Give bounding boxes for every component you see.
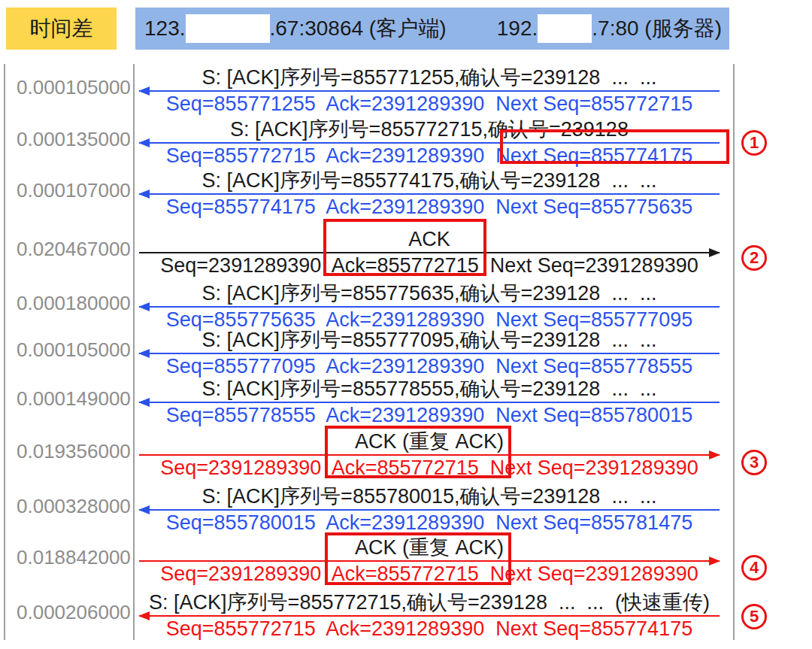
- redaction-box: [186, 14, 270, 43]
- arrow-left-icon: [139, 402, 720, 403]
- packet-row: 0.000105000 S: [ACK]序列号=855771255,确认号=23…: [139, 66, 720, 114]
- time-delta: 0.000107000: [17, 179, 133, 202]
- arrow-left-icon: [139, 193, 720, 195]
- circled-number-5: 5: [741, 604, 767, 629]
- packet-row: 0.000105000 S: [ACK]序列号=855777095,确认号=23…: [139, 329, 720, 377]
- tcp-flow-graph: 时间差 123. .67:30864 (客户端) 192. .7:80 (服务器…: [0, 0, 812, 649]
- circled-number-1: 1: [741, 130, 767, 156]
- circled-number-4: 4: [741, 555, 767, 581]
- client-ip-prefix: 123.: [144, 17, 186, 41]
- packet-seq-info: Seq=855775635 Ack=2391289390 Next Seq=85…: [139, 308, 720, 330]
- arrow-left-icon: [139, 306, 720, 308]
- redaction-box: [538, 14, 592, 43]
- packet-seq-info: Seq=855771255 Ack=2391289390 Next Seq=85…: [139, 92, 720, 114]
- client-endpoint-label: 123. .67:30864 (客户端): [144, 14, 447, 43]
- circled-number-2: 2: [741, 245, 767, 271]
- server-ip-prefix: 192.: [497, 17, 538, 41]
- arrow-left-icon: [139, 615, 720, 617]
- packet-summary: S: [ACK]序列号=855771255,确认号=239128 ... ...: [139, 66, 720, 89]
- packet-summary: S: [ACK]序列号=855775635,确认号=239128 ... ...: [139, 282, 720, 305]
- packet-summary: S: [ACK]序列号=855780015,确认号=239128 ... ...: [139, 485, 720, 508]
- packet-row: 0.000149000 S: [ACK]序列号=855778555,确认号=23…: [139, 378, 720, 426]
- server-lifeline: [733, 64, 735, 640]
- packet-summary: S: [ACK]序列号=855772715,确认号=239128 ... ...…: [139, 591, 720, 614]
- time-delta: 0.000149000: [17, 387, 133, 410]
- packet-seq-info: Seq=855778555 Ack=2391289390 Next Seq=85…: [139, 403, 720, 426]
- time-delta: 0.020467000: [17, 238, 133, 260]
- time-column-left-rail: [4, 64, 5, 640]
- time-delta: 0.000328000: [17, 495, 133, 517]
- endpoints-header: 123. .67:30864 (客户端) 192. .7:80 (服务器): [135, 8, 729, 50]
- server-ip-suffix: .7:80 (服务器): [592, 14, 722, 43]
- circled-number-3: 3: [741, 450, 767, 475]
- server-endpoint-label: 192. .7:80 (服务器): [497, 14, 722, 43]
- packet-row: 0.000206000 S: [ACK]序列号=855772715,确认号=23…: [139, 591, 720, 639]
- highlight-rect-dup-ack-1: [325, 426, 511, 478]
- time-delta: 0.000180000: [17, 292, 133, 314]
- time-delta: 0.018842000: [17, 546, 133, 569]
- time-delta: 0.000105000: [17, 76, 133, 99]
- packet-row: 0.000180000 S: [ACK]序列号=855775635,确认号=23…: [139, 282, 720, 330]
- packet-summary: S: [ACK]序列号=855777095,确认号=239128 ... ...: [139, 329, 720, 351]
- arrow-left-icon: [139, 509, 720, 511]
- packet-seq-info: Seq=855777095 Ack=2391289390 Next Seq=85…: [139, 354, 720, 377]
- packet-summary: S: [ACK]序列号=855774175,确认号=239128 ... ...: [139, 169, 720, 192]
- client-ip-suffix: .67:30864 (客户端): [270, 14, 447, 43]
- packet-row: 0.000328000 S: [ACK]序列号=855780015,确认号=23…: [139, 485, 720, 533]
- time-delta: 0.000105000: [17, 338, 133, 361]
- client-lifeline: [133, 64, 135, 640]
- time-delta: 0.019356000: [17, 440, 133, 462]
- time-delta: 0.000206000: [17, 601, 133, 623]
- packet-summary: S: [ACK]序列号=855778555,确认号=239128 ... ...: [139, 378, 720, 400]
- time-column-header: 时间差: [6, 8, 117, 50]
- highlight-rect-dup-ack-2: [325, 532, 511, 585]
- packet-row: 0.000107000 S: [ACK]序列号=855774175,确认号=23…: [139, 169, 720, 217]
- arrow-left-icon: [139, 90, 720, 92]
- highlight-rect-next-seq: [500, 129, 729, 164]
- arrow-left-icon: [139, 353, 720, 354]
- time-delta: 0.000135000: [17, 128, 133, 150]
- packet-seq-info: Seq=855772715 Ack=2391289390 Next Seq=85…: [139, 617, 720, 639]
- highlight-rect-ack: [323, 219, 486, 276]
- packet-seq-info: Seq=855780015 Ack=2391289390 Next Seq=85…: [139, 511, 720, 533]
- packet-seq-info: Seq=855774175 Ack=2391289390 Next Seq=85…: [139, 195, 720, 217]
